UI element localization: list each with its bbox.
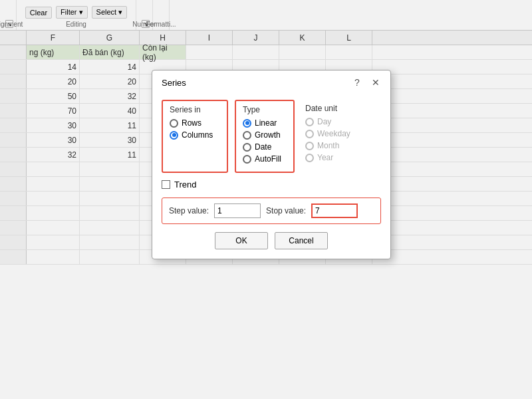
ok-button[interactable]: OK [215,232,268,249]
values-section: Step value: Stop value: [162,198,381,224]
weekday-label: Weekday [317,129,350,138]
month-label: Month [317,141,339,150]
linear-radio-option[interactable]: Linear [243,118,287,128]
day-radio-option: Day [305,117,350,126]
dialog-body: Series in Rows Columns Type [152,93,390,259]
weekday-radio-button [305,130,314,138]
dialog-title: Series [162,78,186,88]
rows-label: Rows [182,118,201,128]
dialog-title-bar: Series ? ✕ [152,70,390,93]
stop-value-label: Stop value: [266,206,306,215]
linear-radio-button[interactable] [243,119,251,128]
series-in-label: Series in [170,105,220,114]
help-button[interactable]: ? [350,76,364,89]
columns-radio-button[interactable] [170,131,178,140]
year-radio-option: Year [305,153,350,162]
trend-label: Trend [174,180,196,190]
weekday-radio-option: Weekday [305,129,350,138]
trend-checkbox[interactable] [162,180,170,189]
date-radio-option[interactable]: Date [243,142,287,152]
columns-label: Columns [182,130,213,140]
values-row: Step value: Stop value: [169,203,374,218]
stop-value-input[interactable] [311,203,358,218]
growth-radio-option[interactable]: Growth [243,130,287,140]
date-label: Date [255,142,271,152]
autofill-radio-option[interactable]: AutoFill [243,154,287,164]
type-section: Type Linear Growth Date AutoF [235,100,295,173]
linear-label: Linear [255,118,277,128]
series-in-section: Series in Rows Columns [162,100,228,173]
date-unit-section: Date unit Day Weekday Month Year [301,100,354,173]
date-radio-button[interactable] [243,143,251,152]
day-label: Day [317,117,331,126]
dialog-title-icons: ? ✕ [350,76,382,89]
step-value-input[interactable] [214,203,261,218]
year-label: Year [317,153,333,162]
day-radio-button [305,118,314,126]
date-unit-label: Date unit [305,104,350,113]
columns-radio-option[interactable]: Columns [170,130,220,140]
step-value-label: Step value: [169,206,209,215]
month-radio-button [305,142,314,150]
autofill-label: AutoFill [255,154,281,164]
columns-radio-dot [172,133,176,137]
growth-radio-button[interactable] [243,131,251,140]
series-dialog: Series ? ✕ Series in Rows Columns [152,70,391,259]
dialog-sections: Series in Rows Columns Type [162,100,381,173]
growth-label: Growth [255,130,281,140]
month-radio-option: Month [305,141,350,150]
rows-radio-option[interactable]: Rows [170,118,220,128]
trend-row: Trend [162,180,381,190]
year-radio-button [305,154,314,162]
rows-radio-button[interactable] [170,119,178,128]
autofill-radio-button[interactable] [243,155,251,164]
dialog-buttons: OK Cancel [162,232,381,249]
close-button[interactable]: ✕ [369,76,382,89]
type-label: Type [243,105,287,114]
linear-radio-dot [245,121,249,125]
cancel-button[interactable]: Cancel [275,232,328,249]
